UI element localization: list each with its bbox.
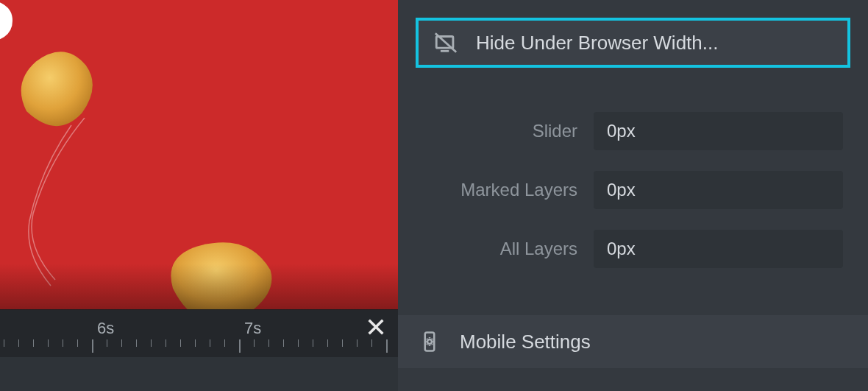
marked-layers-field-label: Marked Layers xyxy=(423,180,577,200)
timeline-tick xyxy=(121,339,122,347)
timeline-tick xyxy=(195,339,196,347)
app-root: iness xyxy=(0,0,868,391)
all-layers-field-input[interactable] xyxy=(594,230,843,268)
mobile-settings-row[interactable]: Mobile Settings xyxy=(398,315,868,368)
slide-bottom-gradient xyxy=(0,264,398,309)
canvas-bottom-fill xyxy=(0,357,398,391)
timeline-ticks xyxy=(0,339,398,354)
timeline-tick xyxy=(18,339,19,347)
timeline-tick xyxy=(210,339,210,347)
slide-preview[interactable]: iness xyxy=(0,0,398,309)
close-timeline-button[interactable] xyxy=(363,314,389,340)
timeline-tick xyxy=(298,339,299,347)
mobile-gear-icon xyxy=(419,331,441,353)
timeline-tick xyxy=(386,339,388,353)
timeline-tick xyxy=(224,339,225,347)
hide-under-label: Hide Under Browser Width... xyxy=(476,32,718,54)
timeline-ruler[interactable]: 6s 7s xyxy=(0,309,398,357)
mobile-settings-label: Mobile Settings xyxy=(460,331,591,353)
all-layers-field-label: All Layers xyxy=(423,239,577,259)
timeline-tick xyxy=(48,339,49,347)
timeline-tick xyxy=(4,339,4,347)
hide-under-browser-width-row[interactable]: Hide Under Browser Width... xyxy=(416,18,850,68)
marked-layers-field-input[interactable] xyxy=(594,171,843,209)
timeline-tick xyxy=(33,339,34,347)
device-off-icon xyxy=(433,30,458,55)
timeline-tick xyxy=(180,339,181,347)
slider-field-label: Slider xyxy=(423,121,577,141)
timeline-tick xyxy=(357,339,357,347)
preview-canvas: iness xyxy=(0,0,398,391)
timeline-tick xyxy=(342,339,343,347)
all-layers-field-row: All Layers xyxy=(423,228,843,270)
timeline-tick xyxy=(268,339,269,347)
close-icon xyxy=(366,317,386,337)
timeline-tick xyxy=(254,339,255,347)
timeline-tick xyxy=(136,339,137,347)
timeline-tick xyxy=(283,339,284,347)
svg-point-4 xyxy=(427,339,432,344)
timeline-tick xyxy=(107,339,107,347)
marked-layers-field-row: Marked Layers xyxy=(423,169,843,211)
timeline-label-7s: 7s xyxy=(244,319,261,338)
slider-field-input[interactable] xyxy=(594,112,843,150)
timeline-tick xyxy=(313,339,313,347)
timeline-tick xyxy=(327,339,328,347)
timeline-tick xyxy=(239,339,241,353)
slider-field-row: Slider xyxy=(423,110,843,152)
timeline-tick xyxy=(151,339,152,347)
timeline-tick xyxy=(63,339,63,347)
properties-panel: Hide Under Browser Width... Slider Marke… xyxy=(398,0,868,391)
timeline-tick xyxy=(166,339,166,347)
timeline-tick xyxy=(371,339,372,347)
timeline-label-6s: 6s xyxy=(97,319,114,338)
timeline-tick xyxy=(92,339,93,353)
timeline-tick xyxy=(77,339,78,347)
